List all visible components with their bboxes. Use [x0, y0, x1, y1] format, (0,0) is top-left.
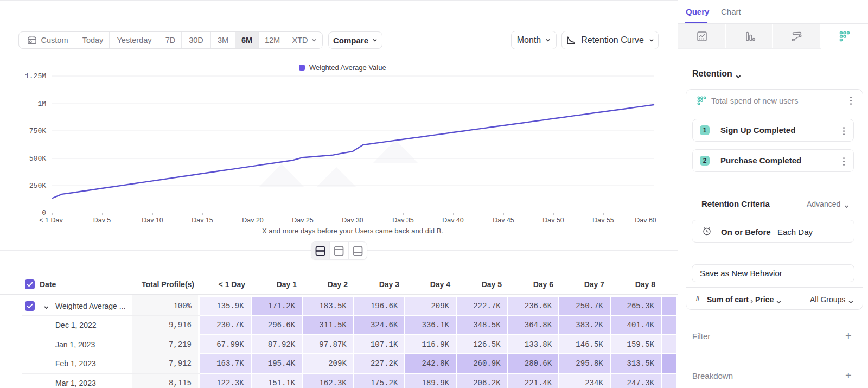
svg-text:250K: 250K — [29, 182, 46, 190]
svg-text:Day 10: Day 10 — [142, 217, 163, 222]
svg-text:750K: 750K — [29, 127, 46, 135]
svg-text:Day 30: Day 30 — [342, 217, 363, 222]
svg-text:Day 35: Day 35 — [392, 217, 414, 222]
svg-text:Day 55: Day 55 — [592, 217, 614, 222]
svg-text:Day 5: Day 5 — [93, 217, 111, 222]
svg-text:Day 40: Day 40 — [442, 217, 464, 222]
svg-text:< 1 Day: < 1 Day — [39, 217, 63, 222]
svg-text:0: 0 — [42, 209, 46, 217]
svg-text:Day 15: Day 15 — [192, 217, 213, 222]
svg-text:Day 45: Day 45 — [493, 217, 514, 222]
svg-text:Day 50: Day 50 — [542, 217, 564, 222]
svg-text:Day 60: Day 60 — [635, 217, 656, 222]
svg-text:500K: 500K — [29, 155, 46, 163]
svg-text:1M: 1M — [37, 100, 46, 108]
svg-text:Day 25: Day 25 — [292, 217, 314, 222]
svg-text:Day 20: Day 20 — [242, 217, 264, 222]
svg-text:1.25M: 1.25M — [25, 72, 46, 80]
